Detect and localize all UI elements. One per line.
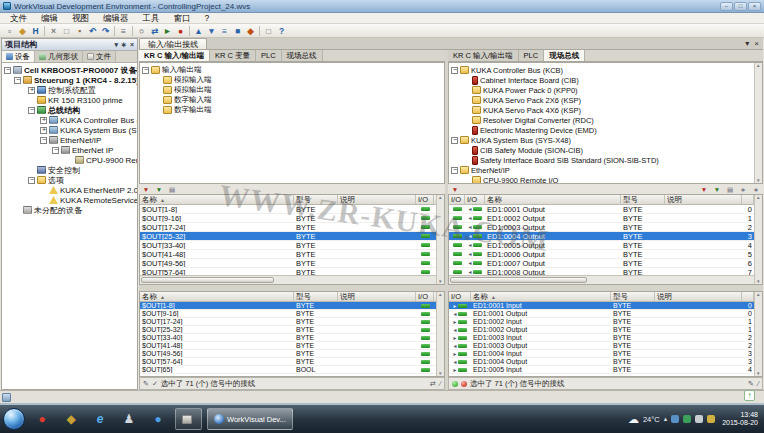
check-icon[interactable]: ✓ [152, 380, 158, 388]
table-row[interactable]: $OUT[17-24]BYTE [140, 223, 444, 232]
expander-icon[interactable] [14, 77, 21, 84]
expander-icon[interactable] [4, 67, 11, 74]
column-address[interactable] [742, 195, 754, 204]
taskbar-window-button[interactable] [175, 408, 202, 430]
column-name[interactable]: 名称 [140, 292, 294, 301]
search-icon[interactable]: ○ [135, 25, 148, 37]
taskbar-app-icon-gold[interactable]: ◆ [59, 408, 83, 430]
tree-item-unassigned-devices[interactable]: 未分配的设备 [2, 205, 137, 215]
column-type[interactable]: 型号 [294, 195, 338, 204]
table-row[interactable]: ED1:0001 OutputBYTE0 [449, 310, 762, 318]
copy-icon[interactable]: □ [60, 25, 73, 37]
download-icon[interactable]: ▼ [205, 25, 218, 37]
expander-icon[interactable] [451, 167, 458, 174]
table-row[interactable]: ED1:0005 OutputBYTE4 [449, 241, 762, 250]
tree-item-control-config[interactable]: 控制系统配置 [2, 85, 137, 95]
page-icon[interactable]: ▤ [167, 185, 177, 194]
table-row[interactable]: ED1:0004 OutputBYTE3 [449, 358, 762, 366]
tree-item-ethernet-ip[interactable]: EtherNet/IP [2, 135, 137, 145]
pin-icon[interactable]: ∗ [738, 185, 748, 194]
table-row[interactable]: $OUT[57-64]BYTE [140, 358, 444, 366]
tree-item-ksp2[interactable]: KUKA Servo Pack 2X6 (KSP) [449, 95, 762, 105]
tree-item-sion-sib[interactable]: Safety Interface Board SIB Standard (SIO… [449, 155, 762, 165]
tree-item-cell[interactable]: Cell KRBOOST-PRO0007 设备视图 [2, 65, 137, 75]
table-row[interactable]: ED1:0005 InputBYTE4 [449, 366, 762, 374]
new-file-icon[interactable]: ▫ [3, 25, 16, 37]
save-icon[interactable]: H [29, 25, 42, 37]
filter-funnel-icon[interactable]: ▼ [141, 185, 151, 194]
redo-icon[interactable]: ↷ [99, 25, 112, 37]
column-desc[interactable]: 说明 [665, 195, 742, 204]
taskbar-clock[interactable]: 13:48 2015-08-20 [719, 411, 761, 428]
column-desc[interactable]: 说明 [338, 195, 416, 204]
table-row[interactable]: ED1:0002 OutputBYTE1 [449, 214, 762, 223]
tree-item-io-root[interactable]: 输入/输出端 [140, 65, 444, 75]
table-row[interactable]: ED1:0006 OutputBYTE5 [449, 250, 762, 259]
swap-icon[interactable]: ⇄ [430, 380, 436, 388]
column-type[interactable]: 型号 [294, 292, 338, 301]
list-icon[interactable]: ≡ [218, 25, 231, 37]
close-button[interactable]: × [748, 2, 761, 11]
horizontal-scrollbar[interactable] [449, 275, 754, 284]
update-arrow-icon[interactable]: ↑ [744, 390, 755, 401]
table-row[interactable]: $OUT[33-40]BYTE [140, 241, 444, 250]
column-name[interactable]: 名称 [140, 195, 294, 204]
expander-icon[interactable] [52, 147, 59, 154]
vertical-scrollbar[interactable] [436, 292, 444, 376]
tree-item-cib[interactable]: Cabinet Interface Board (CIB) [449, 75, 762, 85]
internet-explorer-icon[interactable]: e [88, 408, 112, 430]
horizontal-scrollbar[interactable] [140, 275, 436, 284]
column-type[interactable]: 型号 [621, 195, 665, 204]
table-row[interactable]: $OUT[65]BOOL [140, 366, 444, 374]
vertical-scrollbar[interactable] [754, 292, 762, 376]
tab-krc-io-right[interactable]: KR C 输入/输出端 [448, 50, 519, 61]
close-icon[interactable]: × [754, 39, 759, 48]
start-button[interactable] [3, 408, 25, 430]
tree-item-digital-outputs[interactable]: 数字输出端 [140, 105, 444, 115]
close-icon[interactable]: × [130, 41, 134, 49]
vertical-scrollbar[interactable] [754, 63, 762, 183]
chevron-down-icon[interactable]: ▾ [115, 41, 119, 49]
table-row[interactable]: ED1:0004 InputBYTE3 [449, 350, 762, 358]
tab-plc-right[interactable]: PLC [519, 50, 545, 61]
upload-icon[interactable]: ▲ [192, 25, 205, 37]
expander-icon[interactable] [40, 117, 47, 124]
tree-item-analog-outputs[interactable]: 模拟输出端 [140, 85, 444, 95]
tree-item-kcb-bus[interactable]: KUKA Controller Bus (KCB) [449, 65, 762, 75]
tree-item-option-ethernetip[interactable]: KUKA EtherNet/IP 2.0 (M2.6.1) [2, 185, 137, 195]
column-desc[interactable]: 说明 [338, 292, 416, 301]
tree-item-kpp[interactable]: KUKA Power Pack 0 (KPP0) [449, 85, 762, 95]
table-row[interactable]: $OUT[49-56]BYTE [140, 259, 444, 268]
tree-item-remote-io[interactable]: CPU-9900 Remote I/O [2, 155, 137, 165]
table-row[interactable]: $OUT[9-16]BYTE [140, 310, 444, 318]
page-icon[interactable]: ▤ [725, 185, 735, 194]
table-row-selected[interactable]: ED1:0004 OutputBYTE3 [449, 232, 762, 241]
expander-icon[interactable] [451, 67, 458, 74]
tab-geometry[interactable]: 几何形状 [35, 51, 83, 62]
grid-icon[interactable]: ■ [231, 25, 244, 37]
table-row[interactable]: $OUT[17-24]BYTE [140, 318, 444, 326]
menu-editors[interactable]: 编辑器 [96, 13, 136, 24]
tray-icon-volume[interactable] [695, 415, 703, 423]
table-row-selected[interactable]: $OUT[25-32]BYTE [140, 232, 444, 241]
expander-icon[interactable] [142, 67, 149, 74]
menu-view[interactable]: 视图 [65, 13, 96, 24]
tray-icon-flag[interactable] [707, 415, 715, 423]
menu-window[interactable]: 窗口 [167, 13, 198, 24]
record-icon[interactable]: ● [174, 25, 187, 37]
tray-icon-security[interactable] [683, 415, 691, 423]
tab-files[interactable]: 文件 [83, 51, 116, 62]
pencil-icon[interactable]: ✎ [143, 380, 149, 388]
tree-item-analog-inputs[interactable]: 模拟输入端 [140, 75, 444, 85]
tab-plc-left[interactable]: PLC [256, 50, 282, 61]
filter-funnel-green-icon[interactable]: ▼ [154, 185, 164, 194]
table-row-selected[interactable]: $OUT[1-8]BYTE [140, 302, 444, 310]
tray-expand-icon[interactable]: ▴ [664, 415, 668, 423]
tab-devices[interactable]: 设备 [2, 51, 35, 62]
compare-icon[interactable]: ⇄ [148, 25, 161, 37]
tree-item-options[interactable]: 选项 [2, 175, 137, 185]
window-icon[interactable]: □ [262, 25, 275, 37]
column-desc[interactable]: 说明 [655, 292, 742, 301]
table-row[interactable]: ED1:0002 InputBYTE1 [449, 318, 762, 326]
table-row[interactable]: $OUT[9-16]BYTE [140, 214, 444, 223]
